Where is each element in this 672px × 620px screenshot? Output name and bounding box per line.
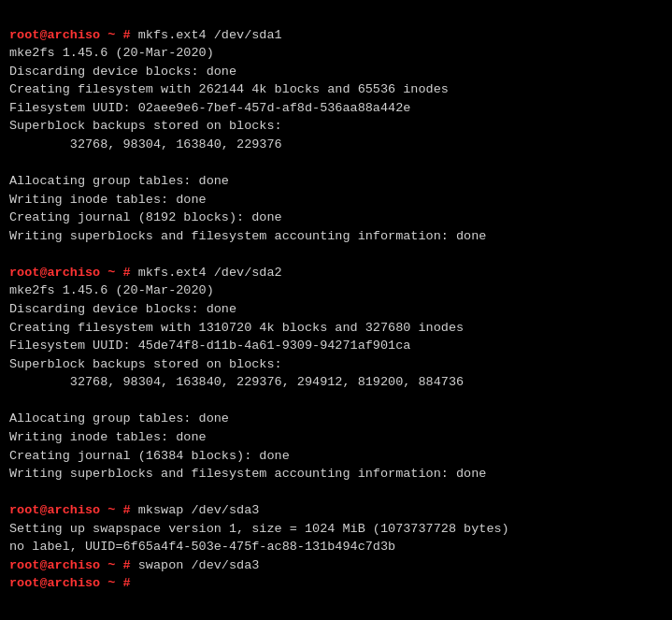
prompt-line: root@archiso ~ # mkswap /dev/sda3 bbox=[9, 501, 663, 520]
output-line: Creating journal (8192 blocks): done bbox=[9, 209, 663, 227]
output-line: Writing superblocks and filesystem accou… bbox=[9, 465, 663, 483]
output-line: Superblock backups stored on blocks: bbox=[9, 117, 663, 136]
blank-line bbox=[9, 392, 663, 411]
prompt-line: root@archiso ~ # mkfs.ext4 /dev/sda2 bbox=[9, 264, 663, 282]
output-line: Allocating group tables: done bbox=[9, 410, 663, 428]
output-line: Writing inode tables: done bbox=[9, 191, 663, 209]
output-line: Discarding device blocks: done bbox=[9, 63, 663, 81]
output-line: Filesystem UUID: 02aee9e6-7bef-457d-af8d… bbox=[9, 99, 663, 118]
output-line: mke2fs 1.45.6 (20-Mar-2020) bbox=[9, 281, 663, 300]
output-line: mke2fs 1.45.6 (20-Mar-2020) bbox=[9, 44, 663, 63]
command-text: mkfs.ext4 /dev/sda2 bbox=[138, 266, 282, 280]
output-line: Writing inode tables: done bbox=[9, 428, 663, 447]
prompt-line: root@archiso ~ # mkfs.ext4 /dev/sda1 bbox=[9, 26, 663, 45]
output-line: Creating journal (16384 blocks): done bbox=[9, 447, 663, 466]
prompt-text: root@archiso ~ # bbox=[9, 28, 138, 42]
output-line: no label, UUID=6f65a4f4-503e-475f-ac88-1… bbox=[9, 538, 663, 556]
output-line: Creating filesystem with 262144 4k block… bbox=[9, 80, 663, 99]
output-line: Discarding device blocks: done bbox=[9, 300, 663, 319]
output-line: Allocating group tables: done bbox=[9, 172, 663, 191]
prompt-line: root@archiso ~ # bbox=[9, 574, 663, 593]
prompt-line: root@archiso ~ # swapon /dev/sda3 bbox=[9, 556, 663, 575]
prompt-text: root@archiso ~ # bbox=[9, 503, 138, 517]
blank-line bbox=[9, 245, 663, 264]
output-line: 32768, 98304, 163840, 229376 bbox=[9, 136, 663, 154]
terminal-window[interactable]: root@archiso ~ # mkfs.ext4 /dev/sda1mke2… bbox=[0, 0, 672, 620]
output-line: Setting up swapspace version 1, size = 1… bbox=[9, 520, 663, 539]
prompt-text: root@archiso ~ # bbox=[9, 576, 138, 590]
output-line: Creating filesystem with 1310720 4k bloc… bbox=[9, 319, 663, 338]
command-text: mkswap /dev/sda3 bbox=[138, 503, 260, 517]
output-line: Writing superblocks and filesystem accou… bbox=[9, 227, 663, 246]
output-line: 32768, 98304, 163840, 229376, 294912, 81… bbox=[9, 373, 663, 392]
output-line: Superblock backups stored on blocks: bbox=[9, 355, 663, 374]
prompt-text: root@archiso ~ # bbox=[9, 558, 138, 572]
command-text: swapon /dev/sda3 bbox=[138, 558, 260, 572]
output-line: Filesystem UUID: 45de74f8-d11b-4a61-9309… bbox=[9, 337, 663, 355]
command-text: mkfs.ext4 /dev/sda1 bbox=[138, 28, 282, 42]
blank-line bbox=[9, 154, 663, 173]
blank-line bbox=[9, 483, 663, 502]
prompt-text: root@archiso ~ # bbox=[9, 266, 138, 280]
